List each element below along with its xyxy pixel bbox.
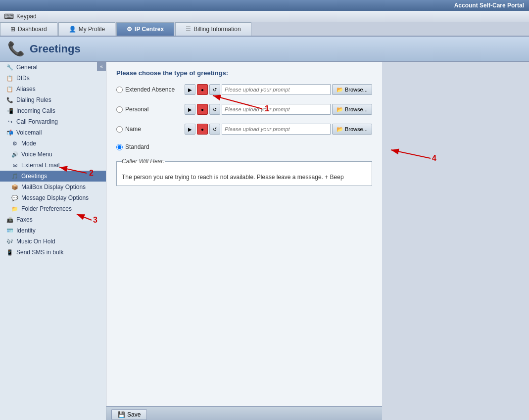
greetings-icon: 🎵	[11, 172, 19, 180]
sidebar-voicemail-label: Voicemail	[16, 129, 42, 136]
tab-dashboard[interactable]: ⊞ Dashboard	[0, 22, 57, 36]
extended-absence-controls: ▶ ● ↺ 📂 Browse...	[185, 84, 372, 95]
sidebar-music-on-hold-label: Music On Hold	[16, 238, 55, 245]
name-file-input	[222, 124, 331, 135]
sidebar-message-display-label: Message Display Options	[21, 194, 89, 201]
sidebar-item-dialing-rules[interactable]: 📞 Dialing Rules	[0, 94, 106, 105]
page-icon: 📞	[7, 41, 25, 57]
general-icon: 🔧	[6, 63, 14, 71]
incoming-calls-icon: 📲	[6, 107, 14, 115]
sidebar-general-label: General	[16, 64, 38, 71]
name-controls: ▶ ● ↺ 📂 Browse...	[185, 124, 372, 135]
tab-ip-centrex-label: IP Centrex	[135, 26, 164, 33]
name-browse-label: Browse...	[345, 126, 368, 132]
keypad-bar: ⌨ Keypad	[0, 11, 529, 22]
mode-icon: ⚙	[11, 140, 19, 147]
greeting-row-extended-absence: Extended Absence ▶ ● ↺ 📂 Browse...	[116, 84, 372, 95]
save-button[interactable]: 💾 Save	[111, 409, 147, 420]
personal-file-input	[222, 104, 331, 115]
tab-billing[interactable]: ☰ Billing Information	[175, 22, 251, 36]
external-email-icon: ✉	[11, 161, 19, 169]
extended-absence-browse-btn[interactable]: 📂 Browse...	[332, 84, 372, 95]
send-sms-icon: 📱	[6, 248, 14, 256]
extended-absence-record-btn[interactable]: ●	[197, 84, 208, 95]
standard-radio[interactable]	[116, 144, 123, 150]
main-wrapper: « 🔧 General 📋 DIDs 📋 Aliases 📞 Dialing R…	[0, 62, 529, 420]
faxes-icon: 📠	[6, 216, 14, 224]
sidebar-item-voice-menu[interactable]: 🔊 Voice Menu	[0, 149, 106, 160]
dialing-rules-icon: 📞	[6, 96, 14, 104]
portal-name: Account Self-Care Portal	[454, 2, 524, 9]
standard-row: Standard	[116, 143, 372, 150]
personal-reset-btn[interactable]: ↺	[209, 104, 220, 115]
profile-icon: 👤	[69, 26, 76, 33]
personal-browse-btn[interactable]: 📂 Browse...	[332, 104, 372, 115]
sidebar-item-identity[interactable]: 🪪 Identity	[0, 225, 106, 236]
sidebar-faxes-label: Faxes	[16, 216, 33, 223]
bottom-bar: 💾 Save	[106, 406, 382, 420]
caller-will-hear-title: Caller Will Hear:	[122, 158, 165, 165]
sidebar-mailbox-display-label: MailBox Display Options	[21, 184, 86, 190]
browse-icon-name: 📂	[337, 126, 343, 133]
extended-absence-play-btn[interactable]: ▶	[185, 84, 195, 95]
personal-label: Personal	[125, 106, 148, 113]
sidebar-item-faxes[interactable]: 📠 Faxes	[0, 214, 106, 225]
personal-play-btn[interactable]: ▶	[185, 104, 195, 115]
sidebar-item-incoming-calls[interactable]: 📲 Incoming Calls	[0, 105, 106, 116]
tab-my-profile[interactable]: 👤 My Profile	[58, 22, 115, 36]
sidebar-item-aliases[interactable]: 📋 Aliases	[0, 84, 106, 94]
name-reset-btn[interactable]: ↺	[209, 124, 220, 135]
name-label: Name	[125, 126, 141, 133]
main-layout: « 🔧 General 📋 DIDs 📋 Aliases 📞 Dialing R…	[0, 62, 382, 420]
sidebar-item-dids[interactable]: 📋 DIDs	[0, 73, 106, 84]
ip-centrex-icon: ⚙	[127, 26, 132, 33]
sidebar-item-greetings[interactable]: 🎵 Greetings	[0, 171, 106, 182]
sidebar-item-music-on-hold[interactable]: 🎶 Music On Hold	[0, 236, 106, 247]
sidebar-voice-menu-label: Voice Menu	[21, 151, 52, 158]
sidebar-item-general[interactable]: 🔧 General	[0, 62, 106, 73]
tabs-container: ⊞ Dashboard 👤 My Profile ⚙ IP Centrex ☰ …	[0, 22, 529, 37]
extended-absence-reset-btn[interactable]: ↺	[209, 84, 220, 95]
sidebar-item-voicemail[interactable]: 📬 Voicemail	[0, 127, 106, 138]
tab-my-profile-label: My Profile	[79, 26, 105, 33]
sidebar-item-call-forwarding[interactable]: ↪ Call Forwarding	[0, 116, 106, 127]
name-radio[interactable]	[116, 126, 123, 133]
save-label: Save	[127, 411, 141, 418]
extended-absence-label: Extended Absence	[125, 86, 175, 93]
name-play-btn[interactable]: ▶	[185, 124, 195, 135]
caller-will-hear-message: The person you are trying to reach is no…	[122, 174, 367, 181]
mailbox-display-icon: 📦	[11, 183, 19, 191]
personal-controls: ▶ ● ↺ 📂 Browse...	[185, 104, 372, 115]
name-option[interactable]: Name	[116, 126, 181, 133]
greeting-row-personal: Personal ▶ ● ↺ 📂 Browse...	[116, 104, 372, 115]
sidebar-item-external-email[interactable]: ✉ External Email	[0, 160, 106, 171]
name-browse-btn[interactable]: 📂 Browse...	[332, 124, 372, 135]
sidebar-toggle[interactable]: «	[97, 62, 106, 71]
sidebar-send-sms-label: Send SMS in bulk	[16, 249, 63, 256]
sidebar-item-mode[interactable]: ⚙ Mode	[0, 138, 106, 149]
voicemail-icon: 📬	[6, 129, 14, 137]
greeting-row-name: Name ▶ ● ↺ 📂 Browse...	[116, 124, 372, 135]
top-bar: Account Self-Care Portal	[0, 0, 529, 11]
personal-radio[interactable]	[116, 106, 123, 113]
sidebar-item-mailbox-display[interactable]: 📦 MailBox Display Options	[0, 182, 106, 192]
tab-ip-centrex[interactable]: ⚙ IP Centrex	[116, 22, 174, 36]
sidebar-identity-label: Identity	[16, 227, 36, 234]
extended-absence-file-input	[222, 84, 331, 95]
sidebar-folder-preferences-label: Folder Preferences	[21, 205, 72, 212]
voice-menu-icon: 🔊	[11, 150, 19, 158]
sidebar-call-forwarding-label: Call Forwarding	[16, 118, 58, 125]
sidebar-dialing-rules-label: Dialing Rules	[16, 96, 51, 103]
sidebar-item-send-sms[interactable]: 📱 Send SMS in bulk	[0, 247, 106, 258]
name-record-btn[interactable]: ●	[197, 124, 208, 135]
extended-absence-option[interactable]: Extended Absence	[116, 86, 181, 93]
personal-option[interactable]: Personal	[116, 106, 181, 113]
personal-record-btn[interactable]: ●	[197, 104, 208, 115]
extended-absence-radio[interactable]	[116, 87, 123, 93]
svg-line-4	[391, 150, 431, 158]
keypad-icon: ⌨	[4, 12, 14, 20]
sidebar-item-folder-preferences[interactable]: 📁 Folder Preferences	[0, 203, 106, 214]
music-on-hold-icon: 🎶	[6, 237, 14, 245]
sidebar-item-message-display[interactable]: 💬 Message Display Options	[0, 192, 106, 203]
tab-billing-label: Billing Information	[193, 26, 240, 33]
